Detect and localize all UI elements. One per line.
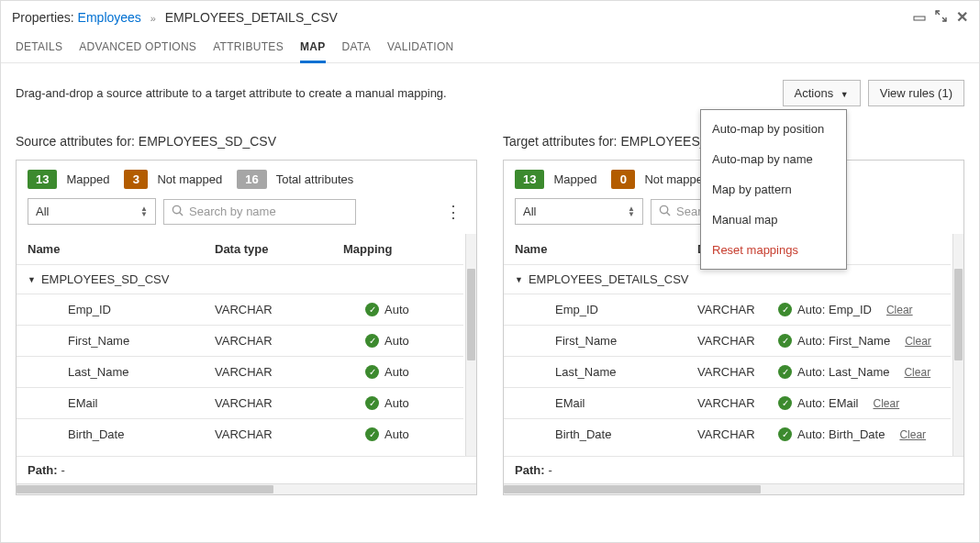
check-icon: ✓ [778,334,792,348]
scroll-thumb[interactable] [954,269,963,360]
table-row[interactable]: First_NameVARCHAR✓Auto [17,325,463,356]
table-row[interactable]: EMailVARCHAR✓Auto [17,387,463,418]
source-mapped-label: Mapped [66,172,109,186]
horizontal-scrollbar[interactable] [504,483,963,494]
attr-type: VARCHAR [209,357,338,387]
check-icon: ✓ [778,427,792,441]
actions-menu: Auto-map by position Auto-map by name Ma… [700,109,847,270]
col-name: Name [17,234,209,264]
source-filter-row: All ▲▼ ⋮ [17,198,476,234]
attr-mapping: ✓Auto [338,388,463,418]
minimize-icon[interactable] [913,9,926,25]
breadcrumb-separator: » [150,13,156,24]
menu-map-pattern[interactable]: Map by pattern [701,174,846,205]
source-group-row[interactable]: ▼ EMPLOYEES_SD_CSV [17,264,463,294]
menu-reset-mappings[interactable]: Reset mappings [701,235,846,265]
target-mapped-label: Mapped [553,172,596,186]
target-path-row: Path: - [504,456,963,483]
tab-advanced-options[interactable]: ADVANCED OPTIONS [79,35,196,62]
source-notmapped-label: Not mapped [157,172,222,186]
close-icon[interactable]: ✕ [956,8,968,26]
attr-type: VARCHAR [209,419,338,449]
attr-type: VARCHAR [209,326,338,356]
clear-link[interactable]: Clear [904,366,930,379]
clear-link[interactable]: Clear [905,335,931,348]
source-badges: 13 Mapped 3 Not mapped 16 Total attribut… [17,161,476,198]
table-row[interactable]: Last_NameVARCHAR✓Auto [17,356,463,387]
menu-auto-map-position[interactable]: Auto-map by position [701,114,846,144]
clear-link[interactable]: Clear [899,428,926,441]
search-icon [172,205,184,219]
header-bar: Properties: Employees » EMPLOYEES_DETAIL… [1,1,979,29]
check-icon: ✓ [365,396,379,410]
view-rules-button[interactable]: View rules (1) [868,80,964,106]
breadcrumb-link[interactable]: Employees [78,10,141,25]
table-row[interactable]: Birth_DateVARCHAR✓Auto [17,418,463,449]
table-row[interactable]: Last_NameVARCHAR✓Auto: Last_NameClear [504,356,951,387]
mapping-text: Auto [384,427,409,441]
check-icon: ✓ [778,396,792,410]
mapping-text: Auto: Birth_Date [797,427,885,441]
svg-line-2 [180,212,183,215]
tab-validation[interactable]: VALIDATION [387,35,454,62]
actions-button[interactable]: Actions ▼ [783,80,861,106]
attr-mapping: ✓Auto: Emp_IDClear [774,294,951,325]
attr-name: Last_Name [504,357,692,387]
source-total-label: Total attributes [276,172,354,186]
horizontal-scrollbar[interactable] [17,483,476,494]
table-row[interactable]: Birth_DateVARCHAR✓Auto: Birth_DateClear [504,418,951,449]
vertical-scrollbar[interactable] [465,234,476,456]
action-buttons: Actions ▼ View rules (1) Auto-map by pos… [783,80,964,106]
table-row[interactable]: Emp_IDVARCHAR✓Auto [17,294,463,325]
attr-name: Last_Name [17,357,209,387]
attr-type: VARCHAR [692,294,774,325]
check-icon: ✓ [365,365,379,379]
check-icon: ✓ [365,303,379,316]
select-arrows-icon: ▲▼ [628,206,635,216]
attr-name: Birth_Date [504,419,692,449]
attr-name: EMail [17,388,209,418]
source-search[interactable] [163,199,356,225]
more-options-icon[interactable]: ⋮ [441,202,465,222]
instruction-row: Drag-and-drop a source attribute to a ta… [16,80,964,106]
attr-mapping: ✓Auto: First_NameClear [774,326,951,356]
check-icon: ✓ [778,303,792,316]
source-filter-select[interactable]: All ▲▼ [28,198,156,225]
tab-details[interactable]: DETAILS [16,35,62,62]
menu-auto-map-name[interactable]: Auto-map by name [701,144,846,174]
vertical-scrollbar[interactable] [952,234,963,456]
mapping-text: Auto: Last_Name [797,365,889,379]
clear-link[interactable]: Clear [873,397,899,410]
attr-type: VARCHAR [692,357,774,387]
scroll-thumb[interactable] [504,485,761,493]
mapping-text: Auto: First_Name [797,334,890,348]
breadcrumb-prefix: Properties: [12,10,74,25]
source-search-input[interactable] [189,205,348,218]
scroll-thumb[interactable] [467,269,475,360]
target-filter-select[interactable]: All ▲▼ [515,198,643,225]
table-row[interactable]: First_NameVARCHAR✓Auto: First_NameClear [504,325,951,356]
expand-icon[interactable] [935,10,947,25]
source-table: Name Data type Mapping ▼ EMPLOYEES_SD_CS… [17,234,476,456]
attr-type: VARCHAR [692,326,774,356]
tab-map[interactable]: MAP [300,35,326,63]
attr-name: First_Name [504,326,692,356]
clear-link[interactable]: Clear [886,304,913,316]
tab-attributes[interactable]: ATTRIBUTES [213,35,284,62]
mapping-text: Auto [384,303,409,316]
scroll-thumb[interactable] [17,485,273,493]
attr-name: Emp_ID [17,294,209,325]
breadcrumb-current: EMPLOYEES_DETAILS_CSV [165,10,338,25]
target-mapped-badge: 13 [515,170,544,189]
attr-mapping: ✓Auto: EMailClear [774,388,951,418]
col-name: Name [504,234,692,264]
source-mapped-badge: 13 [28,170,57,189]
breadcrumb: Properties: Employees » EMPLOYEES_DETAIL… [12,10,338,25]
tab-data[interactable]: DATA [342,35,371,62]
table-row[interactable]: EMailVARCHAR✓Auto: EMailClear [504,387,951,418]
source-thead: Name Data type Mapping [17,234,463,264]
content-area: Drag-and-drop a source attribute to a ta… [1,63,979,495]
menu-manual-map[interactable]: Manual map [701,205,846,235]
attr-name: Emp_ID [504,294,692,325]
table-row[interactable]: Emp_IDVARCHAR✓Auto: Emp_IDClear [504,294,951,325]
